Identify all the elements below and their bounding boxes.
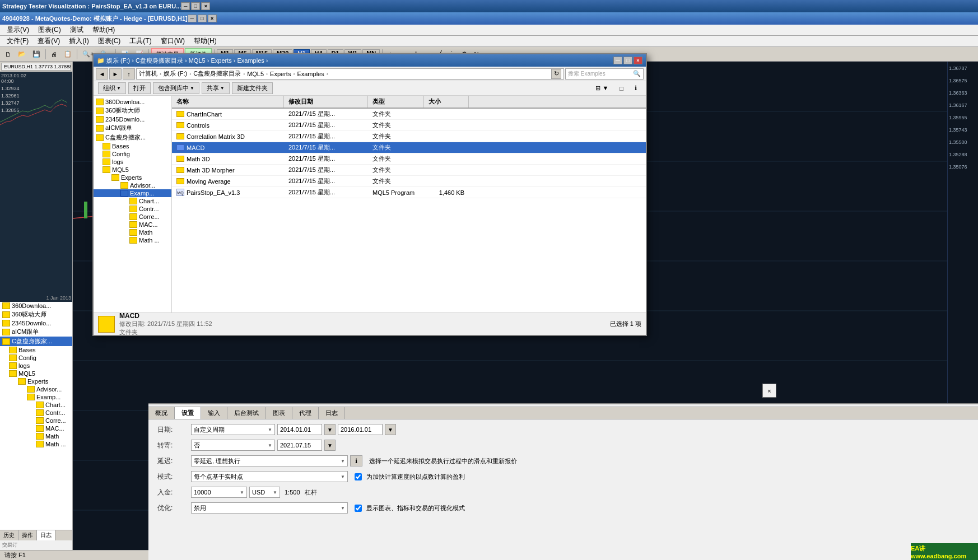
tb-save[interactable]: 💾: [30, 48, 43, 60]
view-options-btn[interactable]: ⊞ ▼: [591, 83, 613, 93]
file-row-6[interactable]: Moving Average 2021/7/15 星期... 文件夹: [172, 176, 646, 187]
share-btn[interactable]: 共享 ▼: [202, 82, 230, 94]
stab-input[interactable]: 输入: [201, 407, 227, 419]
mt-close-btn[interactable]: ×: [208, 15, 217, 22]
tree2-aicm[interactable]: aICM跟单: [94, 123, 171, 133]
menu-help[interactable]: 帮助(H): [88, 24, 120, 36]
cal-from-btn[interactable]: ▼: [324, 424, 336, 435]
tree-item-9[interactable]: Experts: [0, 377, 72, 385]
checkbox-mode[interactable]: [355, 473, 362, 480]
tree-item-16[interactable]: Math: [0, 432, 72, 440]
dropdown-opt[interactable]: 禁用 ▼: [191, 502, 348, 514]
dropdown-delay[interactable]: 零延迟, 理想执行 ▼: [191, 455, 348, 466]
tb-print[interactable]: 🖨: [48, 48, 60, 60]
tree2-math[interactable]: Math: [94, 228, 171, 236]
nav-forward-btn[interactable]: ►: [109, 68, 122, 80]
dialog-minimize-btn[interactable]: ─: [613, 57, 622, 64]
tb-new[interactable]: 🗋: [2, 48, 14, 60]
file-row-4[interactable]: Math 3D 2021/7/15 星期... 文件夹: [172, 153, 646, 165]
date-to[interactable]: 2016.01.01: [338, 424, 383, 435]
col-type[interactable]: 类型: [368, 96, 424, 108]
tree-item-6[interactable]: Config: [0, 354, 72, 362]
tree2-dl360[interactable]: 360Downloa...: [94, 98, 171, 106]
stab-chart[interactable]: 图表: [266, 407, 292, 419]
address-bar[interactable]: 计算机 › 娱乐 (F:) › C盘瘦身搬家目录 › MQL5 › Expert…: [136, 68, 564, 80]
refresh-btn[interactable]: ↻: [551, 69, 561, 79]
tree-item-11[interactable]: Examp...: [0, 393, 72, 401]
dialog-maximize-btn[interactable]: □: [623, 57, 632, 64]
tree-item-17[interactable]: Math ...: [0, 440, 72, 448]
tree2-cdisk[interactable]: C盘瘦身搬家...: [94, 133, 171, 142]
tree-item-14[interactable]: Corre...: [0, 417, 72, 424]
organize-btn[interactable]: 组织 ▼: [98, 82, 126, 94]
include-lib-btn[interactable]: 包含到库中 ▼: [153, 82, 199, 94]
dropdown-amount[interactable]: 10000 ▼: [191, 487, 247, 498]
dialog-close-btn[interactable]: ×: [634, 57, 642, 64]
tree2-controls[interactable]: Contr...: [94, 205, 171, 213]
addr-mql5[interactable]: MQL5: [247, 71, 264, 77]
tb-print2[interactable]: 📋: [61, 48, 74, 60]
file-row-0[interactable]: ChartInChart 2021/7/15 星期... 文件夹: [172, 109, 646, 120]
dropdown-mode[interactable]: 每个点基于实时点 ▼: [191, 471, 348, 482]
tree2-config[interactable]: Config: [94, 150, 171, 158]
col-name[interactable]: 名称: [172, 96, 284, 108]
addr-drive[interactable]: 娱乐 (F:): [164, 69, 187, 78]
file-row-7[interactable]: MQPairsStop_EA_v1.3 2021/7/15 星期... MQL5…: [172, 187, 646, 198]
addr-examples[interactable]: Examples: [297, 71, 324, 77]
tree2-examples[interactable]: Examp...: [94, 189, 171, 197]
mt-max-btn[interactable]: □: [198, 15, 207, 22]
forward-date[interactable]: 2021.07.15: [277, 440, 322, 451]
tree-item-3[interactable]: aICM跟单: [0, 327, 72, 337]
menu-view[interactable]: 查看(V): [33, 35, 64, 47]
tree2-macd[interactable]: MAC...: [94, 221, 171, 228]
addr-computer[interactable]: 计算机: [139, 69, 157, 78]
preview-btn[interactable]: □: [615, 84, 628, 93]
file-row-2[interactable]: Correlation Matrix 3D 2021/7/15 星期... 文件…: [172, 131, 646, 142]
search-icon[interactable]: 🔍: [633, 70, 641, 77]
date-from[interactable]: 2014.01.01: [277, 424, 322, 435]
open-btn[interactable]: 打开: [128, 82, 151, 94]
details-pane-btn[interactable]: ℹ: [630, 83, 641, 93]
tree-item-7[interactable]: logs: [0, 362, 72, 370]
info-btn[interactable]: ℹ: [350, 455, 362, 466]
menu-chart[interactable]: 图表(C): [34, 24, 66, 36]
tree-item-10[interactable]: Advisor...: [0, 385, 72, 393]
tree-item-4[interactable]: C盘瘦身搬家...: [0, 337, 72, 346]
stab-settings[interactable]: 设置: [175, 407, 201, 419]
maximize-btn[interactable]: □: [191, 2, 200, 10]
tree2-mql5[interactable]: MQL5: [94, 166, 171, 174]
stab-backtest[interactable]: 后台测试: [227, 407, 266, 419]
col-date[interactable]: 修改日期: [284, 96, 368, 108]
tree2-chartin[interactable]: Chart...: [94, 197, 171, 205]
tree-item-2[interactable]: 2345Downlo...: [0, 319, 72, 327]
tree2-bases[interactable]: Bases: [94, 142, 171, 150]
tree2-experts[interactable]: Experts: [94, 174, 171, 181]
menu-tools[interactable]: 工具(T): [125, 35, 156, 47]
stab-overview[interactable]: 概况: [148, 407, 175, 419]
dropdown-period[interactable]: 自定义周期 ▼: [191, 424, 275, 435]
tree-item-8[interactable]: MQL5: [0, 370, 72, 377]
tree2-360drive[interactable]: 360驱动大师: [94, 106, 171, 115]
tab-log[interactable]: 日志: [37, 530, 55, 540]
tab-history[interactable]: 历史: [0, 530, 18, 540]
tree-item-12[interactable]: Chart...: [0, 401, 72, 409]
checkbox-visual[interactable]: [355, 505, 362, 512]
tree-item-5[interactable]: Bases: [0, 346, 72, 354]
tree2-logs[interactable]: logs: [94, 158, 171, 166]
tab-operations[interactable]: 操作: [18, 530, 37, 540]
addr-dir1[interactable]: C盘瘦身搬家目录: [193, 69, 241, 78]
tb-open[interactable]: 📂: [15, 48, 29, 60]
tree2-math2[interactable]: Math ...: [94, 236, 171, 244]
tree2-advisors[interactable]: Advisor...: [94, 181, 171, 189]
tree2-corr[interactable]: Corre...: [94, 213, 171, 221]
addr-experts[interactable]: Experts: [270, 71, 291, 77]
search-bar[interactable]: 搜索 Examples 🔍: [565, 68, 644, 80]
menu-display[interactable]: 显示(V): [2, 24, 34, 36]
new-folder-btn[interactable]: 新建文件夹: [232, 82, 273, 94]
menu-charts[interactable]: 图表(C): [94, 35, 125, 47]
dropdown-forward[interactable]: 否 ▼: [191, 440, 275, 451]
dropdown-currency[interactable]: USD ▼: [249, 487, 280, 498]
menu-test[interactable]: 测试: [66, 24, 88, 36]
tree2-2345dl[interactable]: 2345Downlo...: [94, 115, 171, 123]
stab-log[interactable]: 日志: [319, 407, 345, 419]
